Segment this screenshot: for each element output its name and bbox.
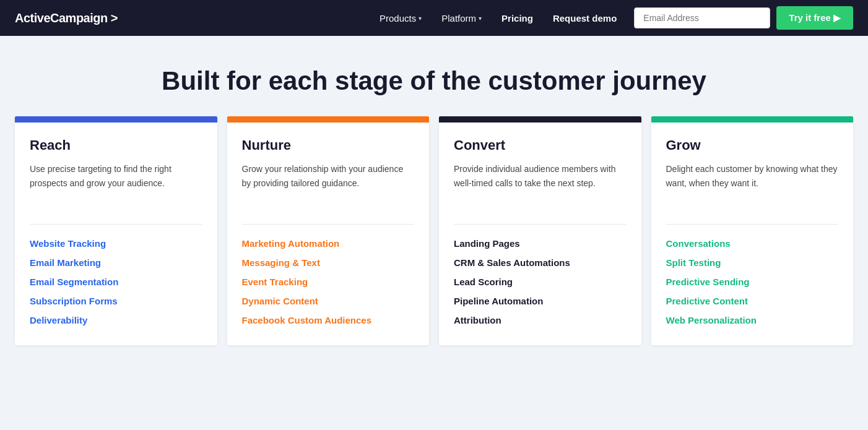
card-grow-links: ConversationsSplit TestingPredictive Sen… [666, 238, 839, 325]
card-nurture-desc: Grow your relationship with your audienc… [242, 162, 415, 207]
nav-demo-label: Request demo [553, 13, 617, 24]
link-event-tracking[interactable]: Event Tracking [242, 277, 415, 287]
link-web-personalization[interactable]: Web Personalization [666, 315, 839, 325]
nav-links: Products ▾ Platform ▾ Pricing Request de… [372, 9, 624, 27]
card-reach-divider [30, 224, 202, 225]
card-nurture-divider [242, 224, 415, 225]
card-nurture-bar [227, 116, 430, 123]
hero-title: Built for each stage of the customer jou… [15, 66, 853, 97]
link-landing-pages[interactable]: Landing Pages [454, 238, 627, 249]
link-predictive-content[interactable]: Predictive Content [666, 296, 839, 306]
card-reach: ReachUse precise targeting to find the r… [15, 116, 217, 345]
link-lead-scoring[interactable]: Lead Scoring [454, 277, 627, 287]
nav-logo[interactable]: ActiveCampaign > [15, 11, 118, 25]
card-grow-title: Grow [666, 137, 839, 153]
card-convert: ConvertProvide individual audience membe… [439, 116, 641, 345]
link-deliverability[interactable]: Deliverability [30, 315, 202, 325]
chevron-down-icon: ▾ [479, 15, 482, 22]
link-attribution[interactable]: Attribution [454, 315, 627, 325]
card-reach-bar [15, 116, 217, 123]
link-facebook-custom-audiences[interactable]: Facebook Custom Audiences [242, 315, 415, 325]
link-conversations[interactable]: Conversations [666, 238, 839, 249]
link-predictive-sending[interactable]: Predictive Sending [666, 277, 839, 287]
card-reach-links: Website TrackingEmail MarketingEmail Seg… [30, 238, 202, 325]
link-website-tracking[interactable]: Website Tracking [30, 238, 202, 249]
card-grow: GrowDelight each customer by knowing wha… [651, 116, 854, 345]
card-grow-desc: Delight each customer by knowing what th… [666, 162, 839, 207]
card-convert-links: Landing PagesCRM & Sales AutomationsLead… [454, 238, 627, 325]
link-split-testing[interactable]: Split Testing [666, 257, 839, 268]
card-reach-desc: Use precise targeting to find the right … [30, 162, 202, 207]
card-grow-divider [666, 224, 839, 225]
hero-section: Built for each stage of the customer jou… [0, 36, 868, 116]
link-messaging-text[interactable]: Messaging & Text [242, 257, 415, 268]
card-nurture: NurtureGrow your relationship with your … [227, 116, 430, 345]
try-it-free-button[interactable]: Try it free ▶ [776, 6, 853, 30]
card-convert-divider [454, 224, 627, 225]
link-pipeline-automation[interactable]: Pipeline Automation [454, 296, 627, 306]
card-convert-desc: Provide individual audience members with… [454, 162, 627, 207]
nav-products-label: Products [380, 13, 416, 24]
card-grow-bar [651, 116, 854, 123]
nav-platform[interactable]: Platform ▾ [434, 9, 489, 27]
card-convert-bar [439, 116, 641, 123]
nav-request-demo[interactable]: Request demo [545, 9, 624, 27]
link-subscription-forms[interactable]: Subscription Forms [30, 296, 202, 306]
link-dynamic-content[interactable]: Dynamic Content [242, 296, 415, 306]
link-crm-sales-automations[interactable]: CRM & Sales Automations [454, 257, 627, 268]
card-convert-title: Convert [454, 137, 627, 153]
card-nurture-links: Marketing AutomationMessaging & TextEven… [242, 238, 415, 325]
link-email-marketing[interactable]: Email Marketing [30, 257, 202, 268]
nav-pricing-label: Pricing [501, 13, 533, 24]
nav-pricing[interactable]: Pricing [494, 9, 540, 27]
cards-container: ReachUse precise targeting to find the r… [0, 116, 868, 365]
nav-platform-label: Platform [441, 13, 476, 24]
nav-products[interactable]: Products ▾ [372, 9, 429, 27]
card-reach-title: Reach [30, 137, 202, 153]
chevron-down-icon: ▾ [419, 15, 422, 22]
link-marketing-automation[interactable]: Marketing Automation [242, 238, 415, 249]
navbar: ActiveCampaign > Products ▾ Platform ▾ P… [0, 0, 868, 36]
email-input[interactable] [634, 7, 770, 28]
card-nurture-title: Nurture [242, 137, 415, 153]
link-email-segmentation[interactable]: Email Segmentation [30, 277, 202, 287]
